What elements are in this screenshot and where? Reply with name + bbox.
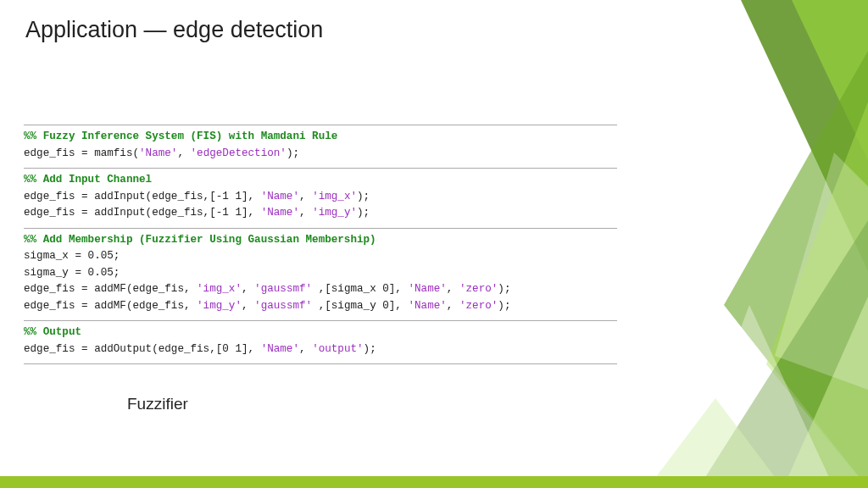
code-text: edge_fis = mamfis( xyxy=(24,147,139,159)
code-string: 'img_y' xyxy=(197,300,242,312)
svg-marker-0 xyxy=(741,0,868,271)
code-text: , xyxy=(299,191,312,202)
code-text: sigma_y = 0.05; xyxy=(24,267,120,279)
code-string: 'img_x' xyxy=(312,191,357,202)
caption: Fuzzifier xyxy=(127,395,188,413)
code-text: ,[sigma_y 0], xyxy=(312,300,408,312)
bottom-accent-bar xyxy=(0,476,868,488)
svg-marker-4 xyxy=(698,220,868,488)
code-text: ); xyxy=(357,207,370,219)
code-string: 'Name' xyxy=(139,147,177,159)
section-header: %% Add Input Channel xyxy=(24,174,152,186)
code-text: sigma_x = 0.05; xyxy=(24,250,120,262)
section-header: %% Fuzzy Inference System (FIS) with Mam… xyxy=(24,130,337,142)
code-text: , xyxy=(299,343,312,355)
code-section-fis: %% Fuzzy Inference System (FIS) with Mam… xyxy=(24,125,617,168)
section-header: %% Output xyxy=(24,326,81,338)
code-section-output: %% Output edge_fis = addOutput(edge_fis,… xyxy=(24,320,617,364)
code-text: ); xyxy=(357,191,370,202)
code-text: ); xyxy=(498,283,510,295)
svg-marker-5 xyxy=(783,297,868,488)
code-text: ); xyxy=(364,343,376,355)
code-text: , xyxy=(299,207,312,219)
code-string: 'img_y' xyxy=(312,207,357,219)
code-text: , xyxy=(242,300,254,312)
code-string: 'gaussmf' xyxy=(254,283,312,295)
code-section-membership: %% Add Membership (Fuzzifier Using Gauss… xyxy=(24,228,617,321)
code-text: edge_fis = addMF(edge_fis, xyxy=(24,300,197,312)
section-header: %% Add Membership (Fuzzifier Using Gauss… xyxy=(24,234,376,246)
svg-marker-2 xyxy=(724,51,868,488)
code-text: edge_fis = addInput(edge_fis,[-1 1], xyxy=(24,191,261,202)
code-string: 'img_x' xyxy=(197,283,242,295)
code-section-input: %% Add Input Channel edge_fis = addInput… xyxy=(24,168,617,228)
code-text: , xyxy=(447,283,459,295)
code-string: 'zero' xyxy=(459,283,498,295)
svg-marker-1 xyxy=(792,0,868,161)
code-string: 'Name' xyxy=(409,300,447,312)
code-text: edge_fis = addOutput(edge_fis,[0 1], xyxy=(24,343,261,355)
code-text: , xyxy=(447,300,459,312)
code-string: 'output' xyxy=(312,343,363,355)
code-string: 'Name' xyxy=(261,207,299,219)
code-string: 'Name' xyxy=(261,191,299,202)
code-text: ); xyxy=(498,300,510,312)
svg-marker-8 xyxy=(775,152,868,390)
svg-marker-6 xyxy=(682,305,834,488)
code-string: 'Name' xyxy=(409,283,447,295)
code-text: ); xyxy=(287,147,299,159)
code-string: 'gaussmf' xyxy=(254,300,312,312)
code-text: edge_fis = addMF(edge_fis, xyxy=(24,283,197,295)
code-string: 'Name' xyxy=(261,343,299,355)
code-text: , xyxy=(177,147,190,159)
code-string: 'edgeDetection' xyxy=(191,147,287,159)
decorative-shards-icon xyxy=(614,0,868,488)
svg-marker-7 xyxy=(648,398,783,488)
code-text: edge_fis = addInput(edge_fis,[-1 1], xyxy=(24,207,261,219)
svg-marker-3 xyxy=(766,102,868,488)
code-string: 'zero' xyxy=(459,300,498,312)
code-block: %% Fuzzy Inference System (FIS) with Mam… xyxy=(24,125,617,364)
code-text: ,[sigma_x 0], xyxy=(312,283,408,295)
page-title: Application — edge detection xyxy=(25,17,323,43)
code-text: , xyxy=(242,283,254,295)
slide: Application — edge detection %% Fuzzy In… xyxy=(0,0,868,488)
